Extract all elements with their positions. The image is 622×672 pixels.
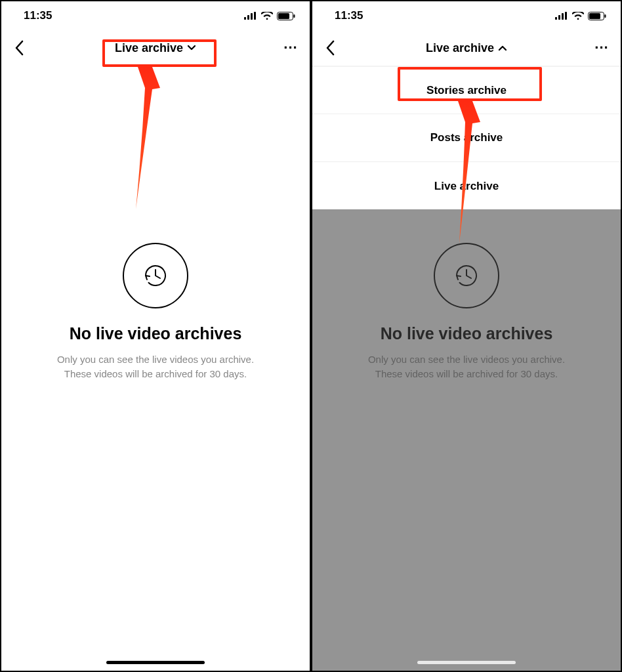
empty-subtext: Only you can see the live videos you arc… <box>57 352 254 381</box>
archive-title-dropdown[interactable]: Live archive <box>426 41 507 55</box>
history-circle-icon <box>123 243 188 308</box>
svg-rect-8 <box>558 15 560 20</box>
svg-rect-5 <box>278 13 289 19</box>
status-indicators <box>244 12 295 20</box>
dropdown-item-stories-archive[interactable]: Stories archive <box>312 66 621 114</box>
status-time: 11:35 <box>24 9 52 22</box>
cell-signal-icon <box>244 12 257 20</box>
chevron-left-icon <box>325 40 335 56</box>
nav-bar: Live archive ··· <box>312 30 621 66</box>
back-button[interactable] <box>321 39 339 56</box>
svg-rect-2 <box>251 13 253 20</box>
history-icon <box>140 260 171 291</box>
dropdown-item-live-archive[interactable]: Live archive <box>312 162 621 210</box>
cell-signal-icon <box>555 12 568 20</box>
wifi-icon <box>261 12 273 20</box>
chevron-up-icon <box>498 43 507 52</box>
svg-rect-12 <box>589 13 600 19</box>
status-bar: 11:35 <box>1 1 310 30</box>
home-indicator[interactable] <box>417 661 516 664</box>
wifi-icon <box>572 12 584 20</box>
more-options-button[interactable]: ··· <box>592 39 612 56</box>
archive-dropdown-panel: Stories archive Posts archive Live archi… <box>312 66 621 210</box>
empty-headline: No live video archives <box>70 324 242 343</box>
chevron-down-icon <box>187 43 196 52</box>
content-area: No live video archives Only you can see … <box>1 66 310 671</box>
svg-rect-1 <box>247 15 249 20</box>
home-indicator[interactable] <box>106 661 205 664</box>
svg-rect-10 <box>565 12 567 20</box>
archive-title-dropdown[interactable]: Live archive <box>115 41 196 55</box>
back-button[interactable] <box>10 39 28 56</box>
phone-screenshot-right: 11:35 Live archive ··· <box>311 0 622 672</box>
archive-title-label: Live archive <box>115 41 183 55</box>
empty-state: No live video archives Only you can see … <box>39 243 272 381</box>
svg-rect-6 <box>294 14 295 18</box>
svg-rect-0 <box>244 17 246 20</box>
status-indicators <box>555 12 606 20</box>
svg-rect-7 <box>555 17 557 20</box>
svg-rect-13 <box>605 14 606 18</box>
more-options-button[interactable]: ··· <box>281 39 301 56</box>
battery-icon <box>277 12 295 20</box>
svg-rect-3 <box>254 12 256 20</box>
modal-dim-overlay[interactable] <box>312 209 621 671</box>
archive-title-label: Live archive <box>426 41 494 55</box>
status-bar: 11:35 <box>312 1 621 30</box>
phone-screenshot-left: 11:35 Live archive ··· <box>0 0 311 672</box>
svg-rect-9 <box>562 13 564 20</box>
status-time: 11:35 <box>335 9 363 22</box>
chevron-left-icon <box>14 40 24 56</box>
nav-bar: Live archive ··· <box>1 30 310 66</box>
dropdown-item-posts-archive[interactable]: Posts archive <box>312 114 621 162</box>
battery-icon <box>588 12 606 20</box>
